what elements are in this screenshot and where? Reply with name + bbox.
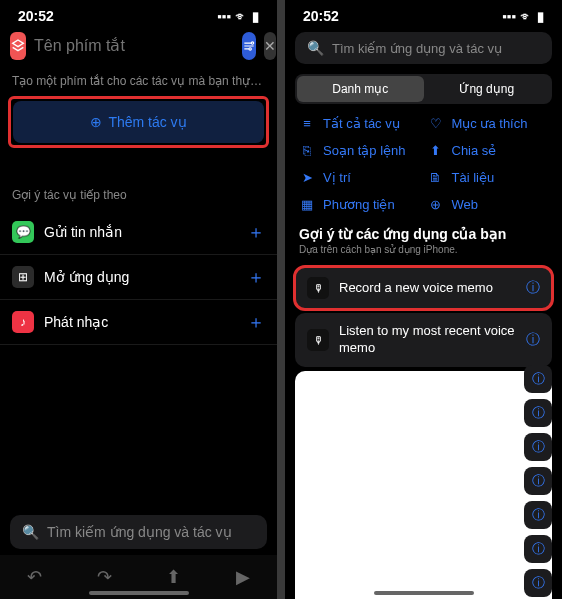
cat-favorites[interactable]: ♡Mục ưa thích: [428, 116, 549, 131]
web-icon: ⊕: [428, 197, 444, 212]
cat-all-actions[interactable]: ≡Tất cả tác vụ: [299, 116, 420, 131]
status-bar: 20:52 ▪▪▪ ᯤ ▮: [285, 0, 562, 26]
info-icon[interactable]: ⓘ: [524, 501, 552, 529]
music-icon: ♪: [12, 311, 34, 333]
suggestion-label: Record a new voice memo: [339, 280, 516, 297]
tab-apps[interactable]: Ứng dụng: [424, 76, 551, 102]
plus-icon[interactable]: ＋: [247, 310, 265, 334]
battery-icon: ▮: [252, 9, 259, 24]
search-bar[interactable]: 🔍 Tìm kiếm ứng dụng và tác vụ: [295, 32, 552, 64]
heart-icon: ♡: [428, 116, 444, 131]
description-text: Tạo một phím tắt cho các tác vụ mà bạn t…: [0, 66, 277, 96]
voice-memo-icon: 🎙: [307, 329, 329, 351]
time: 20:52: [18, 8, 54, 24]
suggestion-open-app[interactable]: ⊞ Mở ứng dụng ＋: [0, 255, 277, 300]
settings-button[interactable]: [242, 32, 256, 60]
cat-label: Web: [452, 197, 479, 212]
suggestion-record-voice-memo[interactable]: 🎙 Record a new voice memo ⓘ: [295, 267, 552, 309]
home-indicator[interactable]: [374, 591, 474, 595]
scripting-icon: ⎘: [299, 143, 315, 158]
info-icon[interactable]: ⓘ: [524, 399, 552, 427]
location-icon: ➤: [299, 170, 315, 185]
shortcut-name-input[interactable]: [34, 37, 234, 55]
info-icon[interactable]: ⓘ: [524, 467, 552, 495]
plus-circle-icon: ⊕: [90, 114, 102, 130]
suggestion-label: Mở ứng dụng: [44, 269, 237, 285]
suggestion-listen-voice-memo[interactable]: 🎙 Listen to my most recent voice memo ⓘ: [295, 313, 552, 367]
suggestion-play-music[interactable]: ♪ Phát nhạc ＋: [0, 300, 277, 345]
close-button[interactable]: ✕: [264, 32, 276, 60]
play-icon[interactable]: ▶: [236, 566, 250, 588]
voice-memo-icon: 🎙: [307, 277, 329, 299]
search-icon: 🔍: [22, 524, 39, 540]
signal-icon: ▪▪▪: [502, 9, 516, 24]
info-icon[interactable]: ⓘ: [524, 433, 552, 461]
list-icon: ≡: [299, 116, 315, 131]
cat-label: Phương tiện: [323, 197, 395, 212]
status-bar: 20:52 ▪▪▪ ᯤ ▮: [0, 0, 277, 26]
wifi-icon: ᯤ: [235, 9, 248, 24]
segmented-control: Danh mục Ứng dụng: [295, 74, 552, 104]
suggestion-label: Phát nhạc: [44, 314, 237, 330]
undo-icon[interactable]: ↶: [27, 566, 42, 588]
svg-point-0: [251, 42, 253, 44]
cat-sharing[interactable]: ⬆Chia sẻ: [428, 143, 549, 158]
search-icon: 🔍: [307, 40, 324, 56]
cat-label: Mục ưa thích: [452, 116, 528, 131]
shortcut-header: ✕: [0, 26, 277, 66]
share-icon[interactable]: ⬆: [166, 566, 181, 588]
add-action-label: Thêm tác vụ: [108, 114, 186, 130]
add-action-button[interactable]: ⊕ Thêm tác vụ: [13, 101, 264, 143]
info-column: ⓘ ⓘ ⓘ ⓘ ⓘ ⓘ ⓘ: [524, 365, 552, 597]
document-icon: 🗎: [428, 170, 444, 185]
info-icon[interactable]: ⓘ: [524, 569, 552, 597]
app-suggestions-title: Gợi ý từ các ứng dụng của bạn: [285, 212, 562, 242]
info-icon[interactable]: ⓘ: [524, 535, 552, 563]
suggestion-label: Listen to my most recent voice memo: [339, 323, 516, 357]
cat-scripting[interactable]: ⎘Soạn tập lệnh: [299, 143, 420, 158]
messages-icon: 💬: [12, 221, 34, 243]
cat-media[interactable]: ▦Phương tiện: [299, 197, 420, 212]
search-placeholder: Tìm kiếm ứng dụng và tác vụ: [332, 41, 502, 56]
cat-label: Soạn tập lệnh: [323, 143, 406, 158]
plus-icon[interactable]: ＋: [247, 265, 265, 289]
suggestion-label: Gửi tin nhắn: [44, 224, 237, 240]
battery-icon: ▮: [537, 9, 544, 24]
add-action-highlight: ⊕ Thêm tác vụ: [8, 96, 269, 148]
time: 20:52: [303, 8, 339, 24]
media-icon: ▦: [299, 197, 315, 212]
category-grid: ≡Tất cả tác vụ ♡Mục ưa thích ⎘Soạn tập l…: [285, 116, 562, 212]
info-icon[interactable]: ⓘ: [524, 365, 552, 393]
suggestion-send-message[interactable]: 💬 Gửi tin nhắn ＋: [0, 210, 277, 255]
tab-category[interactable]: Danh mục: [297, 76, 424, 102]
left-screen: 20:52 ▪▪▪ ᯤ ▮ ✕ Tạo một phím tắt cho các…: [0, 0, 277, 599]
signal-icon: ▪▪▪: [217, 9, 231, 24]
apps-icon: ⊞: [12, 266, 34, 288]
search-bar[interactable]: 🔍 Tìm kiếm ứng dụng và tác vụ: [10, 515, 267, 549]
cat-label: Tài liệu: [452, 170, 495, 185]
cat-documents[interactable]: 🗎Tài liệu: [428, 170, 549, 185]
right-screen: 20:52 ▪▪▪ ᯤ ▮ 🔍 Tìm kiếm ứng dụng và tác…: [285, 0, 562, 599]
cat-web[interactable]: ⊕Web: [428, 197, 549, 212]
redo-icon[interactable]: ↷: [97, 566, 112, 588]
info-icon[interactable]: ⓘ: [526, 279, 540, 297]
share-icon: ⬆: [428, 143, 444, 158]
status-icons: ▪▪▪ ᯤ ▮: [502, 9, 544, 24]
next-suggestions-label: Gợi ý tác vụ tiếp theo: [0, 188, 277, 202]
svg-point-1: [249, 48, 251, 50]
plus-icon[interactable]: ＋: [247, 220, 265, 244]
wifi-icon: ᯤ: [520, 9, 533, 24]
shortcut-app-icon[interactable]: [10, 32, 26, 60]
suggestion-preview-card[interactable]: [295, 371, 552, 599]
home-indicator[interactable]: [89, 591, 189, 595]
status-icons: ▪▪▪ ᯤ ▮: [217, 9, 259, 24]
search-placeholder: Tìm kiếm ứng dụng và tác vụ: [47, 524, 232, 540]
info-icon[interactable]: ⓘ: [526, 331, 540, 349]
cat-location[interactable]: ➤Vị trí: [299, 170, 420, 185]
cat-label: Tất cả tác vụ: [323, 116, 400, 131]
cat-label: Chia sẻ: [452, 143, 497, 158]
app-suggestions-subtitle: Dựa trên cách bạn sử dụng iPhone.: [285, 242, 562, 263]
cat-label: Vị trí: [323, 170, 351, 185]
